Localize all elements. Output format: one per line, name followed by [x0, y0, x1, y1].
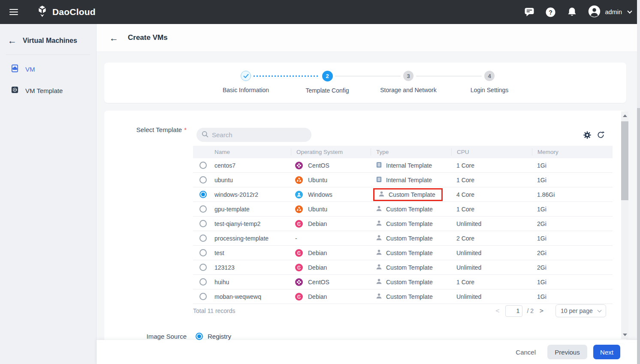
- table-row[interactable]: moban-weqwewq Debian Custom Template Unl…: [193, 289, 613, 304]
- cell-type-name: Custom Template: [386, 264, 433, 271]
- chevron-down-icon: [598, 308, 602, 313]
- cell-type-name: Custom Template: [386, 206, 433, 213]
- row-radio[interactable]: [199, 162, 207, 169]
- sidebar-divider: [6, 54, 90, 55]
- custom-template-user-icon: [378, 191, 385, 199]
- select-template-label: Select Template*: [104, 126, 187, 133]
- page-scrollbar-thumb[interactable]: [637, 108, 640, 364]
- cell-os-name: Ubuntu: [308, 206, 327, 213]
- cell-template-name: 123123: [214, 264, 291, 271]
- help-icon[interactable]: ?: [545, 7, 556, 18]
- search-icon: [202, 131, 208, 139]
- step-template-config[interactable]: 2 Template Config: [291, 71, 364, 94]
- prev-page-icon[interactable]: <: [494, 307, 501, 315]
- table-row[interactable]: gpu-template Ubuntu Custom Template 1 Co…: [193, 202, 613, 217]
- step-login-settings[interactable]: 4 Login Settings: [453, 71, 526, 93]
- scrollbar-thumb[interactable]: [621, 121, 628, 200]
- row-radio[interactable]: [199, 278, 207, 286]
- cell-memory: 1Gi: [532, 293, 613, 300]
- internal-template-icon: [376, 176, 382, 184]
- cell-type: Custom Template: [371, 220, 451, 228]
- create-vms-page: DaoCloud ? admin ← Virtual Mac: [0, 0, 640, 364]
- user-menu[interactable]: admin: [588, 5, 632, 19]
- cell-template-name: processing-template: [214, 235, 291, 242]
- table-row[interactable]: ubuntu Ubuntu Internal Template 1 Core 1…: [193, 173, 613, 187]
- row-radio[interactable]: [199, 235, 207, 242]
- template-config-card: Select Template* NameOperating SystemTyp…: [104, 111, 626, 340]
- cell-os: Ubuntu: [291, 205, 371, 213]
- page-scrollbar[interactable]: [637, 0, 640, 364]
- table-row[interactable]: test Debian Custom Template Unlimited 2G…: [193, 246, 613, 260]
- page-number-input[interactable]: [505, 305, 522, 317]
- table-row[interactable]: processing-template - Custom Template 2 …: [193, 231, 613, 246]
- brand-logo[interactable]: DaoCloud: [36, 5, 96, 19]
- cell-type: Custom Template: [371, 264, 451, 271]
- windows-icon: [295, 191, 303, 199]
- cell-os: CentOS: [291, 278, 371, 286]
- sidebar-back-icon[interactable]: ←: [8, 36, 17, 45]
- cell-cpu: 1 Core: [451, 206, 532, 213]
- step-label: Template Config: [291, 87, 364, 94]
- search-input[interactable]: [212, 131, 306, 138]
- cancel-button[interactable]: Cancel: [516, 349, 536, 356]
- custom-template-user-icon: [376, 205, 382, 213]
- bell-icon[interactable]: [567, 7, 578, 17]
- page-total: / 2: [527, 307, 534, 314]
- sidebar-item-vm[interactable]: VM: [0, 58, 96, 80]
- cell-memory: 1Gi: [532, 206, 613, 213]
- template-search[interactable]: [196, 128, 311, 142]
- cell-memory: 1Gi: [532, 235, 613, 242]
- page-back-icon[interactable]: ←: [109, 33, 118, 42]
- debian-icon: [295, 264, 303, 271]
- row-radio[interactable]: [199, 249, 207, 256]
- scroll-up-icon[interactable]: [623, 114, 627, 117]
- cell-cpu: 1 Core: [451, 177, 532, 184]
- cell-os: Debian: [291, 220, 371, 228]
- registry-radio[interactable]: [196, 333, 203, 340]
- cell-os-name: CentOS: [308, 279, 329, 286]
- type-value: Custom Template: [376, 264, 433, 271]
- template-table: NameOperating SystemTypeCPUMemory centos…: [193, 146, 613, 304]
- table-row[interactable]: centos7 CentOS Internal Template 1 Core …: [193, 158, 613, 173]
- previous-button[interactable]: Previous: [547, 345, 587, 359]
- table-row[interactable]: test-qianyi-temp2 Debian Custom Template…: [193, 217, 613, 231]
- row-radio[interactable]: [199, 205, 207, 213]
- table-row[interactable]: huihu CentOS Custom Template 1 Core 1Gi: [193, 275, 613, 289]
- scroll-down-icon[interactable]: [623, 334, 627, 336]
- cell-type: Custom Template: [371, 188, 451, 201]
- debian-icon: [295, 220, 303, 228]
- sidebar-item-vm-template[interactable]: VM Template: [0, 80, 96, 101]
- cell-os: Debian: [291, 293, 371, 301]
- row-radio[interactable]: [199, 220, 207, 227]
- page-size-select[interactable]: 10 per page: [555, 304, 606, 317]
- step-storage-and-network[interactable]: 3 Storage and Network: [372, 71, 445, 93]
- table-scrollbar[interactable]: [621, 111, 628, 339]
- chat-icon[interactable]: [524, 7, 535, 17]
- topbar: DaoCloud ? admin: [0, 0, 640, 24]
- step-basic-information[interactable]: Basic Information: [209, 71, 282, 93]
- gear-icon[interactable]: [583, 131, 591, 139]
- stepper-connector: [335, 76, 401, 76]
- row-radio[interactable]: [199, 191, 207, 198]
- cube-logo-icon: [36, 5, 48, 19]
- cell-os-name: Debian: [308, 264, 327, 271]
- cell-template-name: windows-2012r2: [214, 191, 291, 198]
- row-radio[interactable]: [199, 264, 207, 271]
- cell-memory: 1Gi: [532, 162, 613, 169]
- hamburger-icon[interactable]: [9, 7, 18, 17]
- next-page-icon[interactable]: >: [538, 307, 545, 315]
- cell-template-name: test: [214, 250, 291, 256]
- row-radio[interactable]: [199, 176, 207, 184]
- row-radio[interactable]: [199, 293, 207, 300]
- next-button[interactable]: Next: [593, 345, 620, 359]
- cell-os: Debian: [291, 264, 371, 271]
- table-row[interactable]: 123123 Debian Custom Template Unlimited …: [193, 260, 613, 275]
- table-header: NameOperating SystemTypeCPUMemory: [193, 146, 613, 158]
- column-header: Operating System: [291, 148, 371, 156]
- page-header: ← Create VMs: [97, 24, 640, 52]
- refresh-icon[interactable]: [597, 131, 605, 139]
- pagination: < / 2 > 10 per page: [494, 304, 606, 317]
- table-row[interactable]: windows-2012r2 Windows Custom Template 4…: [193, 187, 613, 202]
- cell-memory: 1Gi: [532, 279, 613, 286]
- cell-type: Internal Template: [371, 162, 451, 169]
